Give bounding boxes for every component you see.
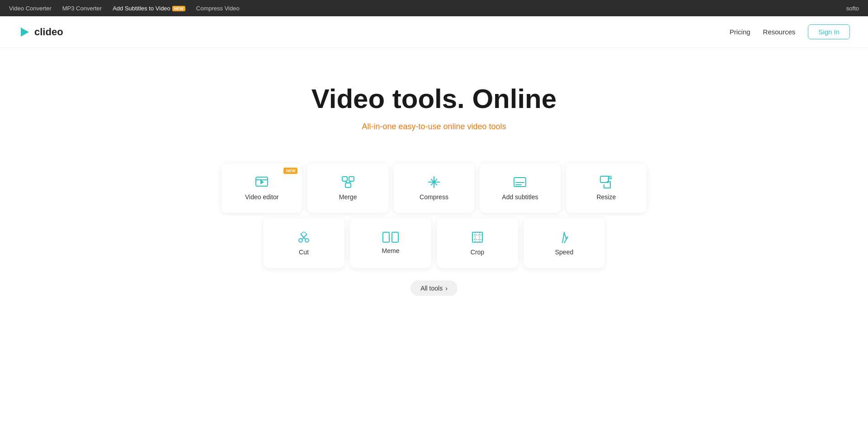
svg-rect-4 [342, 177, 347, 181]
brand-name: softo [846, 5, 859, 12]
hero-subtitle: All-in-one easy-to-use online video tool… [9, 122, 859, 131]
tool-card-crop[interactable]: Crop [437, 218, 518, 268]
tool-card-video-editor[interactable]: NEW Video editor [222, 163, 302, 213]
video-editor-new-badge: NEW [283, 168, 297, 174]
meme-label: Meme [382, 247, 400, 254]
tools-row-1: NEW Video editor [222, 163, 646, 213]
merge-icon [341, 175, 355, 189]
tools-row-2: Cut Meme [222, 218, 646, 268]
sign-in-button[interactable]: Sign In [808, 24, 850, 39]
cut-label: Cut [299, 249, 309, 256]
logo-text: clideo [34, 26, 63, 38]
subtitles-icon [513, 175, 527, 189]
hero-title: Video tools. Online [9, 84, 859, 114]
all-tools-button[interactable]: All tools › [410, 281, 458, 296]
nav-right: Pricing Resources Sign In [730, 24, 850, 39]
svg-line-11 [431, 179, 434, 182]
tool-card-compress[interactable]: Compress [394, 163, 474, 213]
compress-icon [427, 175, 441, 189]
tool-card-add-subtitles[interactable]: Add subtitles [480, 163, 560, 213]
svg-rect-26 [383, 232, 389, 242]
resize-icon [599, 175, 613, 189]
topbar-add-subtitles[interactable]: Add Subtitles to VideoNEW [113, 5, 185, 12]
svg-rect-6 [345, 183, 351, 188]
svg-point-20 [299, 239, 302, 242]
tool-card-speed[interactable]: Speed [524, 218, 605, 268]
svg-line-25 [304, 232, 307, 234]
chevron-right-icon: › [445, 285, 448, 292]
tool-card-meme[interactable]: Meme [350, 218, 431, 268]
topbar-mp3-converter[interactable]: MP3 Converter [62, 5, 102, 12]
logo-icon [18, 26, 31, 38]
svg-line-12 [434, 179, 437, 182]
tools-section: NEW Video editor [0, 150, 868, 323]
speed-label: Speed [555, 249, 573, 256]
meme-icon [382, 232, 399, 243]
svg-rect-27 [392, 232, 398, 242]
tool-card-resize[interactable]: Resize [566, 163, 646, 213]
topbar-video-converter[interactable]: Video Converter [9, 5, 52, 12]
topbar-compress-video[interactable]: Compress Video [196, 5, 240, 12]
svg-line-24 [301, 232, 304, 234]
new-badge: NEW [172, 6, 185, 11]
svg-point-21 [305, 239, 309, 242]
add-subtitles-label: Add subtitles [502, 193, 538, 201]
crop-icon [471, 230, 484, 244]
nav-resources[interactable]: Resources [763, 28, 796, 36]
all-tools-label: All tools [420, 285, 443, 292]
resize-label: Resize [596, 193, 616, 201]
svg-marker-2 [260, 180, 264, 184]
tool-card-cut[interactable]: Cut [263, 218, 344, 268]
cut-icon [297, 230, 311, 244]
svg-rect-28 [472, 232, 482, 242]
top-bar: Video Converter MP3 Converter Add Subtit… [0, 0, 868, 16]
svg-line-14 [434, 182, 437, 185]
main-nav: clideo Pricing Resources Sign In [0, 16, 868, 48]
hero-section: Video tools. Online All-in-one easy-to-u… [0, 48, 868, 150]
tools-grid: NEW Video editor [222, 163, 646, 268]
svg-rect-5 [349, 177, 354, 181]
top-bar-links: Video Converter MP3 Converter Add Subtit… [9, 5, 240, 12]
compress-label: Compress [420, 193, 448, 201]
tool-card-merge[interactable]: Merge [307, 163, 388, 213]
crop-label: Crop [471, 249, 484, 256]
video-editor-icon [255, 175, 269, 189]
svg-line-13 [431, 182, 434, 185]
nav-pricing[interactable]: Pricing [730, 28, 750, 36]
video-editor-label: Video editor [245, 193, 278, 201]
merge-label: Merge [339, 193, 357, 201]
speed-icon [558, 230, 571, 244]
svg-marker-0 [21, 28, 29, 37]
logo[interactable]: clideo [18, 26, 63, 38]
